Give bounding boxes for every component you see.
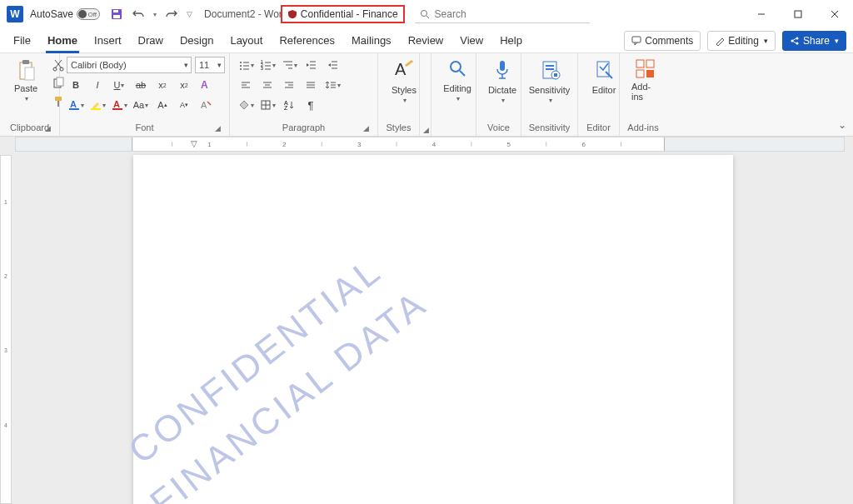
strikethrough-button[interactable]: ab (132, 77, 150, 93)
multilevel-list-button[interactable] (280, 57, 298, 73)
subscript-button[interactable]: x2 (153, 77, 172, 93)
vertical-ruler[interactable]: 1234 (0, 155, 12, 504)
comments-button[interactable]: Comments (624, 31, 701, 51)
font-color-button[interactable]: A (67, 97, 85, 113)
undo-dropdown-icon[interactable]: ▾ (153, 11, 157, 18)
underline-button[interactable]: U (110, 77, 128, 93)
font-size-select[interactable]: 11 (195, 57, 225, 73)
paragraph-launcher-icon[interactable]: ◢ (363, 124, 369, 132)
comment-icon (631, 36, 641, 46)
svg-point-71 (451, 62, 461, 72)
share-button[interactable]: Share▾ (782, 31, 846, 51)
search-icon (420, 9, 430, 19)
change-case-button[interactable]: Aa (132, 97, 150, 113)
svg-line-4 (426, 16, 429, 18)
maximize-button[interactable] (780, 0, 816, 28)
justify-button[interactable] (302, 77, 320, 93)
group-editing: Editing▾ (431, 53, 476, 136)
clear-formatting-button[interactable]: A (197, 97, 215, 113)
minimize-button[interactable] (743, 0, 780, 28)
addins-button[interactable]: Add-ins (626, 57, 665, 103)
grow-font-button[interactable]: A▴ (153, 97, 172, 113)
svg-text:3: 3 (357, 141, 361, 147)
clipboard-launcher-icon[interactable]: ◢ (45, 124, 51, 132)
bold-button[interactable]: B (67, 77, 85, 93)
editing-mode-button[interactable]: Editing▾ (707, 31, 776, 51)
titlebar: W AutoSave Off ▾ ▽ Document2 - Wor Confi… (0, 0, 853, 28)
svg-text:4: 4 (432, 141, 436, 147)
svg-text:1: 1 (4, 197, 7, 206)
shading-button[interactable] (237, 97, 255, 113)
sensitivity-button[interactable]: Sensitivity▾ (528, 57, 571, 106)
document-title: Document2 - Wor (204, 8, 282, 20)
font-launcher-icon[interactable]: ◢ (215, 124, 221, 132)
close-button[interactable] (816, 0, 853, 28)
editing-button[interactable]: Editing▾ (438, 57, 476, 104)
tab-review[interactable]: Review (400, 28, 452, 53)
svg-rect-9 (632, 37, 641, 42)
editor-button[interactable]: Editor (585, 57, 623, 97)
align-center-button[interactable] (258, 77, 277, 93)
align-left-button[interactable] (237, 77, 255, 93)
save-icon[interactable] (110, 7, 123, 21)
find-icon (448, 58, 466, 82)
font-name-select[interactable]: Calibri (Body) (67, 57, 192, 73)
svg-text:2: 2 (282, 141, 286, 147)
sensitivity-badge[interactable]: Confidential - Finance (281, 5, 405, 23)
tab-references[interactable]: References (271, 28, 342, 53)
decrease-indent-button[interactable] (302, 57, 320, 73)
group-styles: A Styles▾ Styles (378, 53, 420, 136)
styles-launcher-icon[interactable]: ◢ (423, 126, 429, 134)
tab-insert[interactable]: Insert (86, 28, 130, 53)
svg-rect-85 (646, 70, 654, 77)
line-spacing-button[interactable] (323, 77, 342, 93)
tab-draw[interactable]: Draw (130, 28, 172, 53)
superscript-button[interactable]: x2 (175, 77, 193, 93)
document-page[interactable]: CONFIDENTIAL FINANCIAL DATA (133, 155, 733, 504)
undo-icon[interactable] (132, 7, 145, 21)
svg-line-72 (460, 71, 465, 76)
svg-rect-2 (113, 15, 120, 18)
tab-help[interactable]: Help (491, 28, 531, 53)
svg-rect-78 (546, 68, 554, 70)
svg-rect-86 (16, 137, 132, 151)
group-font: Calibri (Body) 11 B I U ab x2 x2 A A A A… (60, 53, 230, 136)
align-right-button[interactable] (280, 77, 298, 93)
tab-mailings[interactable]: Mailings (343, 28, 400, 53)
search-box[interactable]: Search (415, 5, 590, 23)
font-color2-button[interactable]: A (110, 97, 128, 113)
sort-button[interactable]: AZ (280, 97, 298, 113)
sensitivity-badge-label: Confidential - Finance (301, 8, 398, 20)
redo-icon[interactable] (165, 7, 178, 21)
highlight-button[interactable] (88, 97, 107, 113)
dictate-button[interactable]: Dictate▾ (483, 57, 521, 106)
shrink-font-button[interactable]: A▾ (175, 97, 193, 113)
show-marks-button[interactable]: ¶ (302, 97, 320, 113)
tab-file[interactable]: File (5, 28, 39, 53)
tab-home[interactable]: Home (39, 28, 86, 53)
increase-indent-button[interactable] (323, 57, 342, 73)
autosave-toggle[interactable]: AutoSave Off (30, 8, 100, 20)
tab-view[interactable]: View (451, 28, 491, 53)
ribbon-collapse-icon[interactable]: ⌄ (838, 119, 846, 131)
svg-rect-73 (500, 61, 505, 71)
sensitivity-shield-icon (287, 9, 297, 19)
tab-layout[interactable]: Layout (222, 28, 271, 53)
indent-marker-icon[interactable]: ▽ (191, 139, 197, 148)
bullets-button[interactable] (237, 57, 255, 73)
group-sensitivity: Sensitivity▾ Sensitivity (521, 53, 578, 136)
text-effects-button[interactable]: A (197, 77, 215, 93)
autosave-switch[interactable]: Off (77, 8, 100, 20)
word-app-icon: W (7, 6, 23, 22)
paste-button[interactable]: Paste▾ (7, 57, 45, 104)
borders-button[interactable] (258, 97, 277, 113)
styles-icon: A (393, 58, 415, 83)
tab-design[interactable]: Design (172, 28, 222, 53)
svg-text:3: 3 (261, 66, 263, 71)
italic-button[interactable]: I (88, 77, 107, 93)
numbering-button[interactable]: 123 (258, 57, 277, 73)
horizontal-ruler[interactable]: 123 456 ▽ (15, 137, 845, 152)
svg-rect-6 (795, 11, 801, 17)
qat-customize-icon[interactable]: ▽ (187, 10, 192, 18)
styles-button[interactable]: A Styles▾ (385, 57, 423, 106)
